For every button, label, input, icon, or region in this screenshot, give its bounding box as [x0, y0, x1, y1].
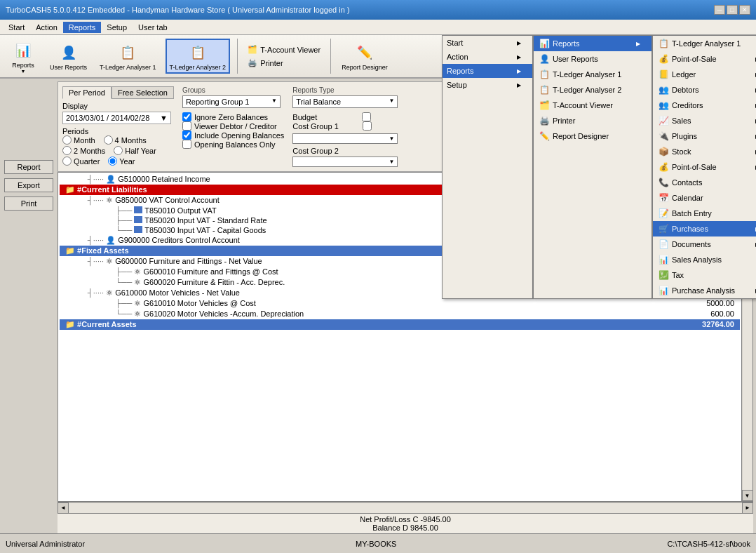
tledger1-l3-label: T-Ledger Analyser 1 [672, 39, 741, 48]
print-button[interactable]: Print [4, 196, 53, 211]
menu-tledger1-l3[interactable]: 📋T-Ledger Analyser 1 [653, 36, 756, 51]
menu-start-item[interactable]: Start ▶ [443, 36, 532, 50]
row-label: ┤····· 👤 G510000 Retained Income [88, 175, 210, 184]
radio-2months[interactable]: 2 Months [62, 146, 105, 155]
cost-group1-dropdown[interactable]: ▼ [292, 133, 398, 144]
row-label: ├── T850020 Input VAT - Standard Rate [116, 216, 267, 225]
status-user: Universal Administrator [6, 540, 85, 548]
menu-user-reports[interactable]: 👤User Reports [534, 51, 652, 67]
radio-halfyear[interactable]: Half Year [114, 146, 156, 155]
menu-contacts-l3[interactable]: 📞Contacts [653, 175, 756, 190]
menu-pos-l3[interactable]: 💰Point-of-Sale ▶ [653, 51, 756, 67]
user-reports-label: User Reports [50, 64, 87, 71]
maximize-button[interactable]: □ [727, 5, 738, 15]
printer-icon: 🖨️ [248, 58, 257, 67]
status-bar: Universal Administrator MY-BOOKS C:\TCAS… [0, 533, 756, 553]
stock-l3-label: Stock [672, 147, 691, 156]
menu-stock-l3[interactable]: 📦Stock ▶ [653, 144, 756, 159]
menu-documents-l3[interactable]: 📄Documents ▶ [653, 236, 756, 252]
menu-action-item[interactable]: Action ▶ [443, 50, 532, 64]
radio-2months-input[interactable] [62, 146, 72, 155]
radio-year-input[interactable] [108, 156, 117, 166]
viewer-debtor-checkbox[interactable] [182, 121, 191, 131]
horizontal-scrollbar[interactable]: ◄ ► [58, 502, 753, 513]
close-button[interactable]: ✕ [739, 5, 750, 15]
menu-reports[interactable]: Reports [63, 22, 102, 33]
scroll-down-button[interactable]: ▼ [742, 490, 753, 501]
radio-quarter-input[interactable] [62, 156, 72, 166]
setup-label: Setup [447, 81, 467, 89]
radio-4months-input[interactable] [104, 135, 113, 145]
menu-purchase-analysis-l3[interactable]: 📊Purchase Analysis ▶ [653, 283, 756, 298]
display-dropdown[interactable]: 2013/03/01 / 2014/02/28 ▼ [62, 112, 171, 124]
menu-sales-analysis-l3[interactable]: 📊Sales Analysis [653, 252, 756, 267]
scroll-left-button[interactable]: ◄ [58, 502, 69, 514]
radio-month-input[interactable] [62, 135, 72, 145]
minimize-button[interactable]: ─ [714, 5, 725, 15]
opening-only-checkbox[interactable] [182, 140, 191, 149]
tledger2-icon: 📋 [187, 41, 209, 64]
menu-tledger2-sub[interactable]: 📋T-Ledger Analyser 2 [534, 82, 652, 98]
plugins-l3-label: Plugins [672, 132, 697, 140]
net-profit-line2: Balance D 9845.00 [63, 524, 748, 532]
tab-free-selection[interactable]: Free Selection [112, 86, 174, 99]
window-controls[interactable]: ─ □ ✕ [714, 5, 750, 15]
scroll-right-button[interactable]: ► [742, 502, 753, 514]
menu-debtors-l3[interactable]: 👥Debtors ▶ [653, 82, 756, 98]
radio-halfyear-input[interactable] [114, 146, 123, 155]
menu-batch-l3[interactable]: 📝Batch Entry [653, 206, 756, 221]
radio-quarter[interactable]: Quarter [62, 156, 100, 166]
menu-tax-l3[interactable]: 💹Tax [653, 267, 756, 283]
ignore-zero-checkbox[interactable] [182, 112, 191, 121]
toolbar-report-designer[interactable]: ✏️ Report Designer [338, 39, 391, 73]
tree-icon: └── [116, 226, 132, 234]
radio-4months[interactable]: 4 Months [104, 135, 147, 145]
debtors-l3-label: Debtors [672, 86, 699, 94]
cost-group1-checkbox[interactable] [363, 121, 372, 131]
menu-purchases-l3[interactable]: 🛒Purchases ▶ [653, 221, 756, 236]
folder-icon: 📁 [65, 185, 75, 194]
toolbar-reports[interactable]: 📊 Reports ▼ [6, 37, 41, 76]
menu-pos2-l3[interactable]: 💰Point-of-Sale ▶ [653, 159, 756, 175]
report-button[interactable]: Report [4, 160, 53, 174]
menu-setup-item[interactable]: Setup ▶ [443, 78, 532, 92]
menu-plugins-l3[interactable]: 🔌Plugins ▶ [653, 128, 756, 144]
radio-month[interactable]: Month [62, 135, 95, 145]
include-opening-checkbox[interactable] [182, 131, 191, 140]
menu-action[interactable]: Action [30, 22, 63, 33]
menu-creditors-l3[interactable]: 👥Creditors ▶ [653, 98, 756, 113]
toolbar-taccount-viewer[interactable]: 🗂️ T-Account Viewer [245, 44, 323, 55]
budget-checkbox[interactable] [362, 112, 371, 121]
radio-year[interactable]: Year [108, 156, 135, 166]
tree-icon: ├── [116, 267, 132, 276]
tab-per-period[interactable]: Per Period [62, 86, 112, 99]
menu-reports-sub[interactable]: 📊Reports ▶ [534, 36, 652, 51]
menu-tledger1-sub[interactable]: 📋T-Ledger Analyser 1 [534, 67, 652, 82]
toolbar-user-reports[interactable]: 👤 User Reports [46, 39, 90, 73]
checkboxes-group: Ignore Zero Balances Viewer Debtor / Cre… [182, 112, 284, 149]
pos-l3-icon: 💰 [657, 54, 670, 64]
menu-reports-item[interactable]: Reports ▶ [443, 64, 532, 78]
menu-setup[interactable]: Setup [101, 22, 133, 33]
groups-dropdown[interactable]: Reporting Group 1 ▼ [182, 95, 281, 108]
menu-sales-l3[interactable]: 📈Sales ▶ [653, 113, 756, 128]
reports-type-dropdown[interactable]: Trial Balance ▼ [292, 95, 398, 108]
viewer-debtor-row: Viewer Debtor / Creditor [182, 121, 284, 131]
cost-group2-dropdown[interactable]: ▼ [292, 156, 398, 167]
toolbar-tledger1[interactable]: 📋 T-Ledger Analyser 1 [96, 39, 160, 73]
toolbar-tledger2[interactable]: 📋 T-Ledger Analyser 2 [166, 39, 231, 74]
atom-icon: ⚛ [134, 299, 141, 307]
menu-calendar-l3[interactable]: 📅Calendar [653, 190, 756, 206]
menu-start[interactable]: Start [3, 22, 30, 33]
menu-report-designer-sub[interactable]: ✏️Report Designer [534, 128, 652, 144]
toolbar-printer[interactable]: 🖨️ Printer [245, 57, 323, 69]
user-reports-sub-icon: 👤 [538, 54, 551, 64]
menu-ledger-l3[interactable]: 📒Ledger ▶ [653, 67, 756, 82]
menu-printer-sub[interactable]: 🖨️Printer [534, 113, 652, 128]
documents-l3-icon: 📄 [657, 239, 670, 249]
export-button[interactable]: Export [4, 178, 53, 192]
menu-usertab[interactable]: User tab [133, 22, 173, 33]
include-opening-row: Include Opening Balances [182, 131, 284, 140]
menu-taccount-sub[interactable]: 🗂️T-Account Viewer [534, 98, 652, 113]
tax-l3-label: Tax [672, 271, 684, 279]
